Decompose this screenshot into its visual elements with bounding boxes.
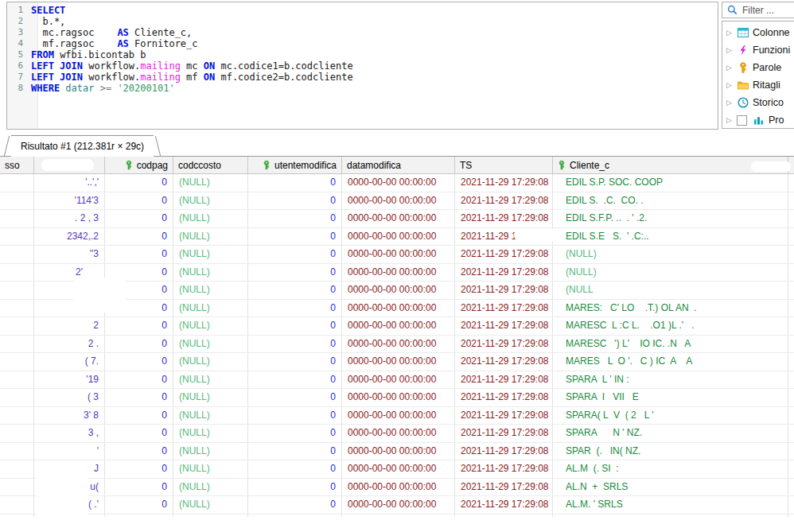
table-cell[interactable]: 0 [248, 371, 342, 389]
profile-checkbox[interactable] [737, 115, 747, 126]
table-cell[interactable]: (NULL) [173, 443, 248, 460]
result-tab[interactable]: Risultato #1 (212.381r × 29c) [11, 135, 154, 157]
table-cell[interactable]: 2021-11-29 17:29:08 [455, 479, 553, 496]
table-row[interactable]: '114'30(NULL)00000-00-00 00:00:002021-11… [0, 192, 794, 211]
table-cell[interactable]: 0 [248, 336, 342, 353]
table-cell[interactable] [788, 246, 794, 263]
table-cell[interactable]: MARESC L :C L. .O1 )L .' . [553, 317, 788, 335]
table-cell[interactable] [788, 264, 794, 282]
table-cell[interactable]: 0 [105, 389, 173, 406]
table-cell[interactable]: '19 [34, 371, 105, 389]
table-cell[interactable] [788, 210, 794, 227]
table-cell[interactable]: 0 [105, 353, 173, 371]
table-cell[interactable]: 0 [105, 336, 173, 353]
expand-arrow-icon[interactable]: ▷ [726, 81, 733, 89]
table-cell[interactable]: 0 [105, 496, 173, 514]
table-cell[interactable]: EDIL S. .C. CO. . [553, 192, 788, 210]
table-cell[interactable] [0, 174, 34, 192]
table-cell[interactable]: 2021-11-29 17:29:08 [455, 264, 553, 282]
table-cell[interactable] [788, 515, 794, 518]
table-cell[interactable]: (NULL) [173, 192, 248, 210]
table-cell[interactable]: 0 [105, 192, 173, 210]
table-cell[interactable]: 0000-00-00 00:00:00 [342, 389, 455, 406]
table-cell[interactable]: 0000-00-00 00:00:00 [342, 479, 455, 496]
table-cell[interactable]: 2021-11-29 17:29:08 [455, 317, 553, 335]
sidebar-item-ritagli[interactable]: ▷Ritagli [722, 76, 794, 94]
table-cell[interactable]: SPARA L ' IN : [553, 371, 788, 389]
sidebar-item-storico[interactable]: ▷Storico [722, 94, 794, 111]
table-cell[interactable]: 0 [248, 389, 342, 406]
table-cell[interactable]: 0 [248, 300, 342, 317]
table-row[interactable]: 3' 80(NULL)00000-00-00 00:00:002021-11-2… [0, 407, 794, 425]
table-row[interactable]: u(0(NULL)00000-00-00 00:00:002021-11-29 … [0, 479, 794, 497]
column-header-sso[interactable]: sso [0, 157, 34, 173]
table-cell[interactable]: 2 . [34, 336, 105, 353]
table-cell[interactable]: 0 [248, 210, 342, 227]
table-cell[interactable]: AL.M. ' SRLS [553, 496, 788, 514]
table-cell[interactable]: 0 [248, 443, 342, 460]
table-cell[interactable]: 2021-11-29 17:29:08 [455, 353, 553, 371]
table-cell[interactable]: 0 [248, 496, 342, 514]
table-row[interactable]: 0(NULL)00000-00-00 00:00:002021-11-29 17… [0, 515, 794, 518]
sidebar-item-colonne[interactable]: ▷Colonne [722, 24, 794, 41]
table-cell[interactable]: 0000-00-00 00:00:00 [342, 300, 455, 317]
column-header-datamodifica[interactable]: datamodifica [342, 157, 455, 173]
table-cell[interactable]: 0 [105, 371, 173, 389]
table-cell[interactable]: (NULL) [173, 479, 248, 496]
table-cell[interactable] [788, 460, 794, 478]
table-cell[interactable] [788, 228, 794, 246]
table-cell[interactable]: (NULL) [173, 210, 248, 227]
table-cell[interactable] [0, 389, 34, 406]
table-cell[interactable]: 0000-00-00 00:00:00 [342, 371, 455, 389]
sidebar-item-funzioni[interactable]: ▷Funzioni [722, 41, 794, 59]
table-cell[interactable]: 0000-00-00 00:00:00 [342, 317, 455, 335]
table-cell[interactable]: 0000-00-00 00:00:00 [342, 460, 455, 478]
table-cell[interactable]: 0000-00-00 00:00:00 [342, 407, 455, 425]
column-header-codccosto[interactable]: codccosto [173, 157, 248, 173]
table-cell[interactable]: 0 [248, 353, 342, 371]
table-cell[interactable]: 2021-11-29 17:29:08 [455, 336, 553, 353]
table-cell[interactable] [788, 425, 794, 442]
table-cell[interactable]: 3 , [34, 425, 105, 442]
table-cell[interactable]: 2 [34, 317, 105, 335]
table-cell[interactable]: 2021-11-29 17:29:08 [455, 246, 553, 263]
table-cell[interactable]: 2021-11-29 17:29:08 [455, 300, 553, 317]
sidebar-item-parole[interactable]: ▷Parole [722, 59, 794, 76]
table-cell[interactable] [788, 353, 794, 371]
table-row[interactable]: ( 30(NULL)00000-00-00 00:00:002021-11-29… [0, 389, 794, 407]
table-cell[interactable]: 2021-11-29 17:29:08 [455, 210, 553, 227]
column-header-utentemodifica[interactable]: utentemodifica [248, 157, 342, 173]
table-cell[interactable]: 0 [248, 317, 342, 335]
table-cell[interactable] [788, 300, 794, 317]
table-cell[interactable]: 0 [248, 192, 342, 210]
table-cell[interactable]: (NULL) [173, 389, 248, 406]
table-cell[interactable]: 2021-11-29 17:29:08 [455, 371, 553, 389]
sql-editor[interactable]: 1SELECT2 b.*,3 mc.ragsoc AS Cliente_c,4 … [6, 2, 718, 130]
table-cell[interactable]: 3' 8 [34, 407, 105, 425]
table-cell[interactable]: 0 [105, 407, 173, 425]
table-row[interactable]: 20(NULL)00000-00-00 00:00:002021-11-29 1… [0, 317, 794, 336]
table-cell[interactable]: SPARA I VII E [553, 389, 788, 406]
table-cell[interactable]: 2021-11-29 17:29:08 [455, 443, 553, 460]
table-cell[interactable]: 0 [248, 264, 342, 282]
table-cell[interactable]: 0 [105, 479, 173, 496]
table-cell[interactable] [0, 317, 34, 335]
table-cell[interactable]: SPARA N ' NZ. [553, 425, 788, 442]
table-cell[interactable]: MARES: C' LO .T.) OL AN . [553, 300, 788, 317]
table-cell[interactable]: 0 [105, 174, 173, 192]
table-cell[interactable]: ' [34, 443, 105, 460]
table-cell[interactable]: EDIL S.P. SOC. COOP [553, 174, 788, 192]
table-row[interactable]: 2342,.20(NULL)00000-00-00 00:00:002021-1… [0, 228, 794, 247]
table-row[interactable]: 3 ,0(NULL)00000-00-00 00:00:002021-11-29… [0, 425, 794, 443]
table-cell[interactable]: 0 [248, 479, 342, 496]
table-cell[interactable]: 0 [105, 228, 173, 246]
table-cell[interactable] [0, 264, 34, 282]
table-cell[interactable] [788, 496, 794, 514]
table-cell[interactable]: SPARA( L V ( 2 L ' [553, 407, 788, 425]
table-cell[interactable]: MARESC ') L' IO IC. .N A [553, 336, 788, 353]
table-cell[interactable] [0, 210, 34, 227]
table-cell[interactable]: 0 [248, 425, 342, 442]
table-cell[interactable] [788, 443, 794, 460]
table-row[interactable]: '190(NULL)00000-00-00 00:00:002021-11-29… [0, 371, 794, 390]
table-cell[interactable]: (NULL) [173, 174, 248, 192]
